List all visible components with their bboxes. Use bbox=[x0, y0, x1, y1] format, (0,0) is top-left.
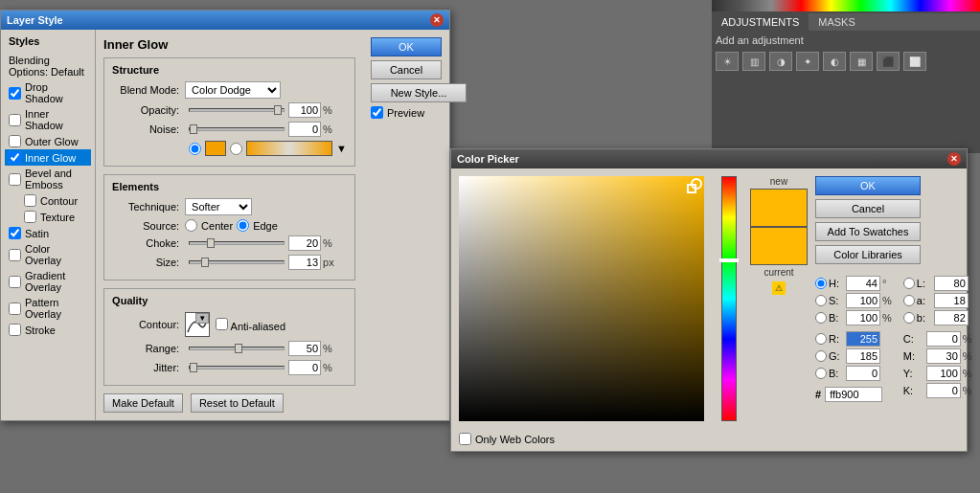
field-r-radio[interactable] bbox=[815, 333, 827, 345]
gradient-arrow[interactable]: ▼ bbox=[336, 143, 347, 154]
sidebar-item-contour[interactable]: Contour bbox=[5, 192, 91, 209]
field-blue-input[interactable] bbox=[846, 366, 880, 381]
field-s-radio[interactable] bbox=[815, 295, 827, 306]
field-k-input[interactable] bbox=[926, 383, 961, 398]
make-default-button[interactable]: Make Default bbox=[103, 393, 183, 413]
tab-masks[interactable]: MASKS bbox=[809, 13, 865, 31]
new-style-button[interactable]: New Style... bbox=[371, 83, 467, 102]
sidebar-item-pattern-overlay[interactable]: Pattern Overlay bbox=[5, 295, 91, 322]
sidebar-item-gradient-overlay[interactable]: Gradient Overlay bbox=[5, 268, 91, 295]
hue-slider[interactable] bbox=[721, 176, 737, 421]
field-lab-b-input[interactable] bbox=[934, 310, 969, 325]
adj-icon-colorbalance[interactable]: ⬛ bbox=[877, 52, 900, 71]
sidebar-item-blending[interactable]: Blending Options: Default bbox=[5, 53, 91, 79]
color-radio[interactable] bbox=[189, 143, 201, 155]
bevel-emboss-checkbox[interactable] bbox=[9, 173, 21, 186]
cp-ok-button[interactable]: OK bbox=[815, 176, 921, 195]
sidebar-item-texture[interactable]: Texture bbox=[5, 209, 91, 225]
color-libraries-button[interactable]: Color Libraries bbox=[815, 245, 921, 264]
adj-icon-exposure[interactable]: ✦ bbox=[796, 52, 819, 71]
adj-icon-hsl[interactable]: ◐ bbox=[823, 52, 846, 71]
anti-aliased-checkbox[interactable] bbox=[216, 318, 228, 330]
field-r-input[interactable] bbox=[846, 331, 880, 347]
gradient-radio[interactable] bbox=[230, 143, 242, 155]
field-a-input[interactable] bbox=[934, 293, 969, 308]
adj-icon-curves[interactable]: ◑ bbox=[769, 52, 792, 71]
contour-dropdown-btn[interactable]: ▼ bbox=[195, 313, 209, 324]
adj-icon-brightness[interactable]: ☀ bbox=[716, 52, 739, 71]
choke-slider[interactable] bbox=[189, 241, 285, 245]
tab-adjustments[interactable]: ADJUSTMENTS bbox=[712, 13, 809, 31]
jitter-slider[interactable] bbox=[189, 366, 285, 370]
texture-checkbox[interactable] bbox=[24, 211, 36, 223]
current-color-swatch bbox=[750, 227, 808, 265]
noise-slider[interactable] bbox=[189, 127, 285, 131]
field-g-radio[interactable] bbox=[815, 350, 827, 362]
sidebar-item-satin[interactable]: Satin bbox=[5, 225, 91, 241]
sidebar-item-inner-shadow[interactable]: Inner Shadow bbox=[5, 106, 91, 133]
adj-icon-channel[interactable]: ⬜ bbox=[903, 52, 926, 71]
field-l-radio[interactable] bbox=[903, 278, 915, 289]
gradient-overlay-checkbox[interactable] bbox=[9, 276, 21, 288]
adj-icon-bw[interactable]: ▦ bbox=[850, 52, 873, 71]
field-lab-b-radio[interactable] bbox=[903, 312, 915, 324]
gradient-preview[interactable] bbox=[246, 141, 332, 156]
sidebar-item-drop-shadow[interactable]: Drop Shadow bbox=[5, 79, 91, 106]
cancel-button[interactable]: Cancel bbox=[371, 60, 442, 79]
outer-glow-checkbox[interactable] bbox=[9, 135, 21, 147]
size-input[interactable] bbox=[288, 255, 321, 270]
field-h-radio[interactable] bbox=[815, 278, 827, 289]
sidebar-item-inner-glow[interactable]: Inner Glow bbox=[5, 149, 91, 166]
range-slider[interactable] bbox=[189, 347, 285, 350]
field-b-radio[interactable] bbox=[815, 312, 827, 324]
sidebar-item-outer-glow[interactable]: Outer Glow bbox=[5, 133, 91, 149]
jitter-label: Jitter: bbox=[112, 362, 179, 373]
contour-preview[interactable]: ▼ bbox=[185, 312, 210, 337]
warning-swatch[interactable]: ⚠ bbox=[772, 281, 786, 295]
sidebar-item-color-overlay[interactable]: Color Overlay bbox=[5, 241, 91, 268]
blend-mode-select[interactable]: Color Dodge bbox=[185, 81, 281, 99]
choke-input[interactable] bbox=[288, 235, 321, 251]
sidebar-item-bevel-emboss[interactable]: Bevel and Emboss bbox=[5, 166, 91, 192]
field-g-input[interactable] bbox=[846, 348, 880, 364]
technique-select[interactable]: Softer bbox=[185, 198, 252, 215]
only-web-colors-checkbox[interactable] bbox=[459, 433, 471, 445]
opacity-slider[interactable] bbox=[189, 108, 285, 112]
ok-button[interactable]: OK bbox=[371, 37, 442, 56]
color-swatch[interactable] bbox=[205, 141, 226, 156]
satin-checkbox[interactable] bbox=[9, 227, 21, 239]
sidebar-item-stroke[interactable]: Stroke bbox=[5, 322, 91, 338]
add-to-swatches-button[interactable]: Add To Swatches bbox=[815, 222, 921, 241]
hex-input[interactable] bbox=[825, 387, 882, 402]
inner-glow-checkbox[interactable] bbox=[9, 151, 21, 164]
reset-to-default-button[interactable]: Reset to Default bbox=[191, 393, 284, 413]
field-l-input[interactable] bbox=[934, 276, 969, 291]
cp-cancel-button[interactable]: Cancel bbox=[815, 199, 921, 218]
size-slider[interactable] bbox=[189, 260, 285, 264]
field-b-input[interactable] bbox=[846, 310, 880, 325]
color-overlay-checkbox[interactable] bbox=[9, 249, 21, 261]
field-s-input[interactable] bbox=[846, 293, 880, 308]
stroke-checkbox[interactable] bbox=[9, 324, 21, 336]
field-m-input[interactable] bbox=[926, 348, 961, 364]
inner-shadow-checkbox[interactable] bbox=[9, 114, 21, 126]
source-center-radio[interactable] bbox=[185, 219, 197, 232]
jitter-input[interactable] bbox=[288, 360, 321, 375]
field-blue-radio[interactable] bbox=[815, 368, 827, 379]
contour-checkbox[interactable] bbox=[24, 194, 36, 207]
pattern-overlay-checkbox[interactable] bbox=[9, 303, 21, 315]
field-y-input[interactable] bbox=[926, 366, 961, 381]
close-button[interactable]: ✕ bbox=[430, 13, 444, 27]
source-edge-radio[interactable] bbox=[237, 219, 249, 232]
adj-icon-levels[interactable]: ▥ bbox=[742, 52, 765, 71]
drop-shadow-checkbox[interactable] bbox=[9, 87, 21, 100]
color-field[interactable] bbox=[459, 176, 704, 421]
color-picker-close-button[interactable]: ✕ bbox=[947, 152, 961, 166]
range-input[interactable] bbox=[288, 341, 321, 356]
opacity-input[interactable] bbox=[288, 102, 321, 118]
field-c-input[interactable] bbox=[926, 331, 961, 347]
field-a-radio[interactable] bbox=[903, 295, 915, 306]
field-h-input[interactable] bbox=[846, 276, 880, 291]
preview-checkbox[interactable] bbox=[371, 106, 383, 119]
noise-input[interactable] bbox=[288, 122, 321, 137]
